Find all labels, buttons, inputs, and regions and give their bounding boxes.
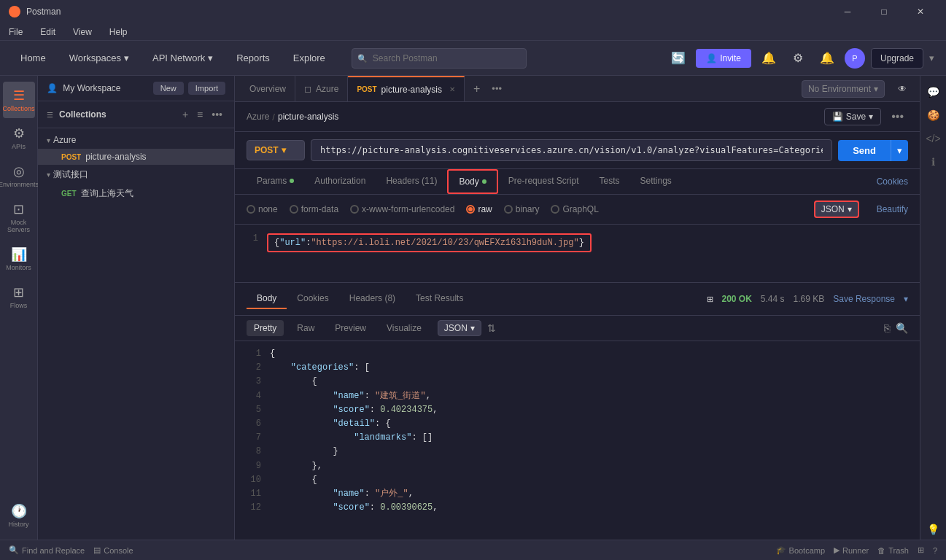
- collection-azure[interactable]: ▾ Azure: [38, 131, 234, 149]
- req-tab-headers[interactable]: Headers (11): [376, 170, 447, 193]
- collection-test[interactable]: ▾ 测试接口: [38, 165, 234, 184]
- sort-collections-button[interactable]: ≡: [194, 107, 206, 122]
- right-panel-lightbulb-button[interactable]: 💡: [923, 519, 944, 540]
- save-button[interactable]: 💾 Save ▾: [824, 108, 881, 125]
- resp-preview-tab[interactable]: Preview: [327, 320, 373, 336]
- menu-view[interactable]: View: [70, 26, 95, 39]
- add-collection-button[interactable]: +: [179, 107, 191, 122]
- req-tab-pre-request[interactable]: Pre-request Script: [498, 170, 589, 193]
- req-tab-params[interactable]: Params: [247, 170, 304, 193]
- right-panel-comment-button[interactable]: 💬: [923, 82, 944, 102]
- req-tab-settings[interactable]: Settings: [630, 170, 682, 193]
- req-tab-body[interactable]: Body: [447, 169, 497, 194]
- body-option-binary[interactable]: binary: [504, 204, 540, 214]
- method-selector[interactable]: POST ▾: [247, 140, 305, 160]
- settings-icon-button[interactable]: ⚙: [786, 47, 810, 70]
- tab-overview[interactable]: Overview: [241, 76, 295, 102]
- status-runner[interactable]: ▶ Runner: [834, 545, 869, 555]
- resp-visualize-tab[interactable]: Visualize: [379, 320, 429, 336]
- add-tab-button[interactable]: +: [468, 82, 486, 96]
- send-button[interactable]: Send: [838, 140, 891, 161]
- tab-azure[interactable]: ◻ Azure: [295, 76, 348, 102]
- status-console[interactable]: ▤ Console: [93, 545, 133, 555]
- sidebar-item-flows[interactable]: ⊞ Flows: [3, 279, 35, 315]
- environment-dropdown[interactable]: No Environment ▾: [802, 80, 885, 98]
- resp-tab-headers[interactable]: Headers (8): [339, 289, 406, 309]
- more-options-button[interactable]: •••: [887, 109, 908, 125]
- resp-line: 2 "categories": [: [247, 361, 908, 375]
- import-button[interactable]: Import: [188, 82, 225, 95]
- status-grid[interactable]: ⊞: [918, 545, 924, 555]
- resp-copy-button[interactable]: ⎘: [884, 322, 890, 334]
- body-format-selector[interactable]: JSON ▾: [814, 201, 859, 218]
- maximize-button[interactable]: □: [867, 0, 901, 23]
- main-content: Overview ◻ Azure POST picture-analysis ✕…: [235, 76, 920, 540]
- more-collections-button[interactable]: •••: [209, 107, 225, 122]
- upgrade-button[interactable]: Upgrade: [871, 48, 923, 69]
- menu-help[interactable]: Help: [106, 26, 131, 39]
- body-option-urlencoded[interactable]: x-www-form-urlencoded: [350, 204, 454, 214]
- resp-line: 7 "landmarks": []: [247, 431, 908, 445]
- resp-pretty-tab[interactable]: Pretty: [247, 320, 284, 336]
- sidebar-item-collections[interactable]: ☰ Collections: [3, 82, 35, 118]
- nav-api-network[interactable]: API Network ▾: [144, 48, 222, 68]
- status-bootcamp[interactable]: 🎓 Bootcamp: [776, 545, 826, 555]
- menu-file[interactable]: File: [6, 26, 26, 39]
- sidebar-item-environments[interactable]: ◎ Environments: [3, 158, 35, 194]
- nav-explore[interactable]: Explore: [284, 48, 334, 68]
- bell-icon-button[interactable]: 🔔: [757, 47, 780, 70]
- resp-sort-button[interactable]: ⇅: [487, 322, 496, 334]
- right-panel-cookie-button[interactable]: 🍪: [923, 105, 944, 125]
- notification-icon-button[interactable]: 🔔: [815, 47, 839, 70]
- breadcrumb-parent[interactable]: Azure: [247, 112, 269, 122]
- menu-edit[interactable]: Edit: [37, 26, 58, 39]
- user-avatar[interactable]: P: [845, 48, 865, 69]
- body-option-raw[interactable]: raw: [466, 204, 492, 214]
- env-view-button[interactable]: 👁: [891, 77, 914, 101]
- status-trash[interactable]: 🗑 Trash: [877, 546, 909, 555]
- request-picture-analysis[interactable]: POST picture-analysis: [38, 149, 234, 165]
- url-input[interactable]: [311, 139, 832, 161]
- close-button[interactable]: ✕: [904, 0, 937, 23]
- req-tab-tests[interactable]: Tests: [589, 170, 629, 193]
- search-input[interactable]: [352, 48, 527, 69]
- resp-search-button[interactable]: 🔍: [896, 322, 908, 334]
- sidebar-item-mock-servers[interactable]: ⊡ Mock Servers: [3, 195, 35, 239]
- tab-overflow-button[interactable]: •••: [486, 83, 508, 94]
- beautify-button[interactable]: Beautify: [877, 204, 908, 214]
- req-tab-authorization[interactable]: Authorization: [304, 170, 376, 193]
- body-option-form-data[interactable]: form-data: [290, 204, 338, 214]
- tab-close-icon[interactable]: ✕: [449, 85, 455, 93]
- breadcrumb-current: picture-analysis: [278, 112, 338, 122]
- resp-format-selector[interactable]: JSON ▾: [438, 320, 481, 336]
- sidebar-item-monitors[interactable]: 📊 Monitors: [3, 241, 35, 277]
- nav-workspaces[interactable]: Workspaces ▾: [61, 48, 138, 68]
- save-response-dropdown[interactable]: ▾: [904, 294, 908, 304]
- cookies-link[interactable]: Cookies: [877, 176, 908, 187]
- resp-tab-cookies[interactable]: Cookies: [287, 289, 338, 309]
- invite-button[interactable]: 👤 Invite: [696, 49, 751, 68]
- resp-tab-test-results[interactable]: Test Results: [406, 289, 473, 309]
- nav-home[interactable]: Home: [12, 48, 55, 68]
- body-dot: [482, 179, 486, 184]
- status-find-replace[interactable]: 🔍 Find and Replace: [9, 545, 85, 555]
- right-panel-info-button[interactable]: ℹ: [923, 152, 944, 172]
- send-dropdown-button[interactable]: ▾: [891, 140, 908, 161]
- sync-icon-button[interactable]: 🔄: [667, 47, 690, 70]
- minimize-button[interactable]: ─: [831, 0, 864, 23]
- code-editor[interactable]: 1 {"url":"https://i.loli.net/2021/10/23/…: [235, 225, 920, 283]
- resp-raw-tab[interactable]: Raw: [290, 320, 322, 336]
- request-weather[interactable]: GET 查询上海天气: [38, 184, 234, 203]
- body-option-none[interactable]: none: [247, 204, 278, 214]
- resp-tab-body[interactable]: Body: [247, 289, 287, 309]
- body-option-graphql[interactable]: GraphQL: [551, 204, 598, 214]
- nav-reports[interactable]: Reports: [228, 48, 279, 68]
- menu-bar: File Edit View Help: [0, 23, 946, 41]
- right-panel-code-button[interactable]: </>: [923, 128, 944, 149]
- status-question[interactable]: ?: [933, 546, 937, 555]
- save-response-button[interactable]: Save Response: [833, 294, 895, 304]
- tab-picture-analysis[interactable]: POST picture-analysis ✕: [348, 76, 465, 102]
- sidebar-item-apis[interactable]: ⚙ APIs: [3, 120, 35, 156]
- new-button[interactable]: New: [153, 82, 184, 95]
- sidebar-item-history[interactable]: 🕐 History: [3, 497, 35, 534]
